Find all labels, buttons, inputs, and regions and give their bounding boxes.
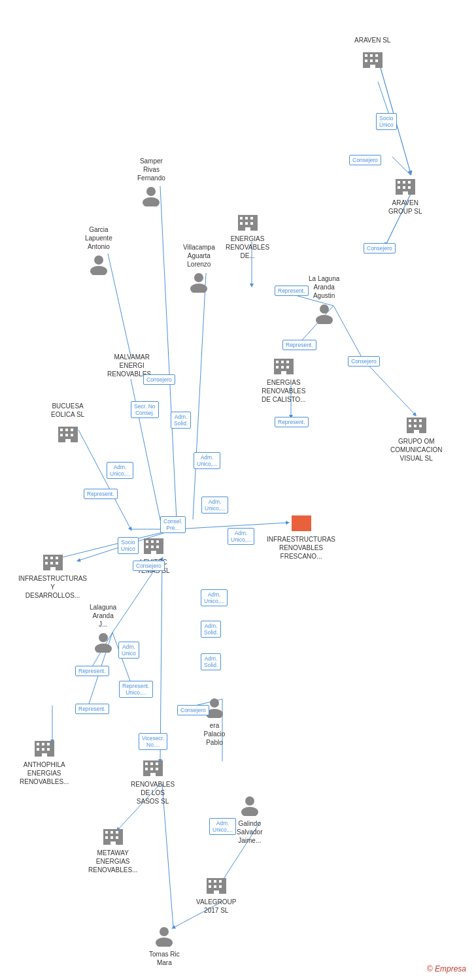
badge-socio-unico-2: SocioUnico (118, 537, 139, 554)
svg-rect-117 (156, 768, 158, 770)
svg-rect-45 (408, 186, 411, 189)
grupo-om-label: GRUPO OM COMUNICACION VISUAL SL (390, 437, 442, 463)
metaway-label: METAWAY ENERGIAS RENOVABLES... (88, 849, 137, 874)
infraestructuras-desarrollos-icon (41, 549, 65, 572)
svg-rect-32 (365, 54, 367, 57)
svg-rect-92 (299, 523, 301, 525)
svg-point-142 (316, 315, 333, 324)
svg-point-150 (156, 938, 173, 947)
node-galindo-salvador: Galindo Salvador Jaime... (237, 794, 262, 845)
svg-rect-34 (375, 54, 378, 57)
svg-rect-105 (42, 743, 44, 745)
lalaguna-aranda-j-label: Lalaguna Aranda J... (90, 603, 116, 629)
node-araven-group: ARAVEN GROUP SL (388, 173, 422, 216)
svg-rect-114 (156, 762, 158, 765)
badge-adm-unico-7: Adm.Unico,... (209, 818, 236, 835)
tomas-ric-mara-icon (152, 924, 176, 948)
svg-rect-38 (370, 65, 375, 68)
svg-rect-100 (50, 562, 53, 564)
svg-point-145 (210, 698, 219, 708)
svg-rect-123 (105, 836, 108, 839)
samper-rivas-icon (139, 184, 163, 208)
levitec-icon (142, 532, 165, 556)
svg-rect-58 (250, 217, 253, 220)
svg-rect-91 (294, 523, 296, 525)
svg-rect-107 (37, 748, 39, 751)
svg-line-14 (78, 430, 131, 529)
la-laguna-aranda-icon (313, 302, 336, 325)
svg-rect-106 (47, 743, 50, 745)
svg-rect-56 (240, 217, 243, 220)
svg-point-139 (194, 273, 203, 282)
svg-rect-76 (65, 434, 68, 436)
svg-rect-99 (45, 562, 48, 564)
svg-rect-48 (409, 419, 411, 422)
svg-rect-85 (156, 546, 159, 548)
svg-rect-126 (110, 841, 116, 845)
node-era-palacio: era Palacio Pablo (203, 696, 226, 747)
svg-point-136 (143, 197, 160, 206)
svg-point-148 (241, 807, 258, 816)
infraestructuras-renovables-label: INFRAESTRUCTURAS RENOVABLES FRESCANO... (267, 535, 335, 561)
svg-rect-46 (403, 191, 408, 195)
node-anthophila: ANTHOPHILA ENERGIAS RENOVABLES... (20, 735, 69, 786)
svg-rect-80 (146, 540, 148, 543)
araven-group-label: ARAVEN GROUP SL (388, 199, 422, 216)
villacampa-icon (187, 270, 211, 294)
node-grupo-om: GRUPO OM COMUNICACION VISUAL SL (390, 412, 442, 463)
svg-rect-50 (419, 419, 422, 422)
svg-rect-37 (375, 59, 378, 62)
badge-adm-unico-4: Adm.Unico,... (228, 528, 254, 545)
node-valegroup: VALEGROUP 2017 SL (196, 872, 237, 915)
badge-represent-6: Represent. (75, 704, 109, 714)
node-metaway: METAWAY ENERGIAS RENOVABLES... (88, 823, 137, 874)
grupo-om-icon (405, 412, 428, 435)
era-palacio-label: era Palacio Pablo (204, 721, 226, 747)
svg-rect-83 (146, 546, 148, 548)
svg-rect-128 (209, 880, 211, 883)
svg-rect-94 (299, 528, 304, 531)
svg-rect-125 (116, 836, 118, 839)
araven-group-icon (394, 173, 417, 197)
node-garcia-lapuente: Garcia Lapuente Antonio (85, 225, 112, 276)
node-tomas-ric-mara: Tomas Ric Mara (149, 924, 180, 967)
svg-rect-130 (219, 880, 222, 883)
svg-point-141 (320, 304, 329, 314)
svg-rect-104 (37, 743, 39, 745)
badge-consejero-1: Consejero (349, 155, 381, 165)
valegroup-label: VALEGROUP 2017 SL (196, 898, 237, 915)
svg-point-147 (245, 796, 254, 806)
badge-consejero-2: Consejero (364, 243, 396, 253)
energias-renovables-de-label: ENERGIAS RENOVABLES DE... (226, 235, 269, 260)
svg-rect-36 (370, 59, 373, 62)
badge-adm-solid-2: Adm.Solid. (201, 621, 221, 638)
svg-rect-74 (71, 429, 73, 431)
svg-rect-122 (116, 831, 118, 834)
svg-rect-54 (414, 430, 419, 433)
svg-rect-60 (245, 222, 248, 225)
svg-rect-133 (219, 885, 222, 888)
svg-rect-51 (409, 425, 411, 427)
node-energias-renovables-de: ENERGIAS RENOVABLES DE... (226, 209, 269, 260)
svg-rect-82 (156, 540, 159, 543)
svg-line-30 (162, 784, 173, 928)
badge-adm-unico-6: Adm.Unico,... (201, 589, 228, 606)
araven-sl-icon (361, 46, 384, 70)
svg-rect-101 (56, 562, 58, 564)
svg-rect-78 (65, 439, 71, 442)
node-samper-rivas: Samper Rivas Fernando (137, 157, 165, 208)
badge-represent-1: Represent. (275, 286, 309, 296)
svg-rect-118 (150, 773, 156, 776)
energias-calisto-label: ENERGIAS RENOVABLES DE CALISTO... (262, 378, 306, 404)
svg-rect-75 (60, 434, 63, 436)
svg-rect-112 (145, 762, 148, 765)
svg-rect-57 (245, 217, 248, 220)
svg-rect-52 (414, 425, 416, 427)
svg-rect-53 (419, 425, 422, 427)
svg-rect-115 (145, 768, 148, 770)
badge-adm-unico-5: Adm.Unico (118, 642, 139, 659)
node-lalaguna-aranda-j: Lalaguna Aranda J... (90, 603, 116, 654)
svg-point-135 (146, 187, 156, 196)
svg-point-143 (99, 633, 108, 642)
svg-point-138 (90, 266, 107, 275)
